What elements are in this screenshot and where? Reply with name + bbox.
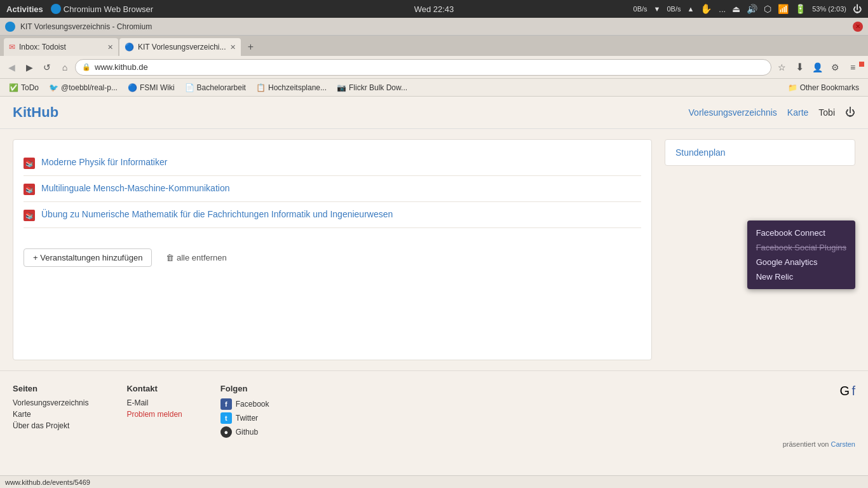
google-logo: G [840, 384, 850, 398]
bookmark-other-label: Other Bookmarks [800, 83, 859, 92]
bookmark-todo-label: ToDo [21, 83, 39, 92]
nav-karte[interactable]: Karte [787, 107, 808, 118]
tab-kithub-label: KIT Vorlesungsverzeichi... [138, 43, 226, 51]
twitter-link[interactable]: Twitter [236, 414, 258, 423]
battery-label: 53% (2:03) [812, 5, 846, 13]
os-topbar: Activities Chromium Web Browser Wed 22:4… [0, 0, 868, 18]
bookmark-fsmi[interactable]: 🔵 FSMI Wiki [124, 82, 179, 93]
bookmark-fsmi-label: FSMI Wiki [140, 83, 175, 92]
bookmark-hochzeit-label: Hochzeitsplane... [268, 83, 327, 92]
bookmark-flickr[interactable]: 📷 Flickr Bulk Dow... [333, 82, 411, 93]
footer-karte-link[interactable]: Karte [13, 410, 88, 419]
footer-folgen-title: Folgen [220, 384, 269, 393]
tab-todoist[interactable]: ✉ Inbox: Todoist ✕ [4, 38, 118, 56]
profile-icon-button[interactable]: 👤 [810, 60, 825, 75]
bookmark-twitter-label: @toebbl/real-p... [61, 83, 118, 92]
facebook-icon: f [220, 398, 232, 410]
os-browser-icon: Chromium Web Browser [51, 4, 153, 14]
tab-kithub-close[interactable]: ✕ [230, 43, 236, 51]
new-tab-button[interactable]: + [242, 38, 260, 56]
kithub-header: KitHub Vorlesungsverzeichnis Karte Tobi … [0, 97, 868, 129]
battery-icon: 🔋 [795, 4, 806, 14]
footer-credit-link[interactable]: Carsten [831, 440, 855, 448]
reload-button[interactable]: ↺ [39, 60, 55, 75]
address-text: www.kithub.de [95, 62, 148, 72]
home-button[interactable]: ⌂ [57, 60, 72, 75]
page-content: KitHub Vorlesungsverzeichnis Karte Tobi … [0, 97, 868, 475]
window-close-button[interactable]: ✕ [853, 22, 863, 32]
os-datetime: Wed 22:43 [414, 4, 454, 14]
tab-kithub[interactable]: 🔵 KIT Vorlesungsverzeichi... ✕ [119, 38, 241, 56]
bookmark-other[interactable]: 📁 Other Bookmarks [784, 82, 863, 93]
remove-all-button[interactable]: 🗑 alle entfernen [157, 248, 235, 267]
main-wrapper: 📚 Moderne Physik für Informatiker 📚 Mult… [0, 129, 868, 370]
facebook-footer-logo: f [851, 384, 855, 398]
bookmarks-bar: ✅ ToDo 🐦 @toebbl/real-p... 🔵 FSMI Wiki 📄… [0, 79, 868, 97]
back-button[interactable]: ◀ [4, 60, 19, 75]
footer-kontakt: Kontakt E-Mail Problem melden [126, 384, 182, 440]
net-up: 0B/s [667, 5, 681, 13]
bookmark-twitter[interactable]: 🐦 @toebbl/real-p... [45, 82, 121, 93]
course-item-2: 📚 Multilinguale Mensch-Maschine-Kommunik… [24, 176, 641, 202]
github-link[interactable]: Github [236, 428, 258, 437]
notification-dot [859, 62, 864, 67]
footer-problem-link[interactable]: Problem melden [126, 410, 182, 419]
footer-about-link[interactable]: Über das Projekt [13, 421, 88, 430]
add-events-button[interactable]: + Veranstaltungen hinzufügen [24, 248, 152, 267]
volume-icon: 🔊 [747, 4, 757, 14]
tab-kithub-favicon: 🔵 [125, 43, 134, 51]
net-up-icon: ▲ [687, 5, 694, 13]
forward-button[interactable]: ▶ [22, 60, 37, 75]
chrome-titlebar-icon [5, 22, 15, 32]
wifi-icon: 📶 [778, 4, 789, 14]
chrome-titlebar: KIT Vorlesungsverzeichnis - Chromium ✕ [0, 18, 868, 36]
address-lock-icon: 🔒 [82, 63, 91, 71]
course-icon-3: 📚 [24, 210, 35, 221]
bookmark-flickr-label: Flickr Bulk Dow... [349, 83, 407, 92]
status-bar: www.kithub.de/events/5469 [0, 475, 868, 488]
footer-facebook: f Facebook [220, 398, 269, 410]
ellipsis-icon: ... [719, 4, 726, 14]
address-bar[interactable]: 🔒 www.kithub.de [75, 59, 771, 76]
footer-github: ● Github [220, 426, 269, 438]
chrome-menu-button[interactable]: ≡ [845, 60, 860, 75]
facebook-link[interactable]: Facebook [236, 400, 269, 409]
chrome-toolbar: ◀ ▶ ↺ ⌂ 🔒 www.kithub.de ☆ ⬇ 👤 ⚙ ≡ [0, 56, 868, 79]
footer-email-link[interactable]: E-Mail [126, 398, 182, 407]
course-link-2[interactable]: Multilinguale Mensch-Maschine-Kommunikat… [41, 182, 229, 195]
dropdown-new-relic[interactable]: New Relic [747, 269, 855, 284]
nav-vorlesungsverzeichnis[interactable]: Vorlesungsverzeichnis [689, 107, 777, 118]
bookmark-hochzeit[interactable]: 📋 Hochzeitsplane... [252, 82, 330, 93]
nav-power-button[interactable]: ⏻ [845, 107, 855, 118]
bookmark-bachelorarbeit[interactable]: 📄 Bachelorarbeit [181, 82, 250, 93]
dropdown-fb-connect[interactable]: Facebook Connect [747, 226, 855, 240]
chrome-tabs-bar: ✉ Inbox: Todoist ✕ 🔵 KIT Vorlesungsverze… [0, 36, 868, 56]
bookmark-bachelorarbeit-icon: 📄 [185, 83, 194, 92]
stundenplan-link[interactable]: Stundenplan [675, 147, 726, 158]
tab-todoist-favicon: ✉ [9, 43, 15, 51]
bookmark-todo[interactable]: ✅ ToDo [5, 82, 43, 93]
course-icon-1: 📚 [24, 158, 35, 169]
footer-folgen: Folgen f Facebook t Twitter ● Github [220, 384, 269, 440]
github-icon: ● [220, 426, 232, 438]
bookmark-star-button[interactable]: ☆ [774, 60, 789, 75]
bookmark-fsmi-icon: 🔵 [128, 83, 137, 92]
left-panel: 📚 Moderne Physik für Informatiker 📚 Mult… [13, 139, 652, 360]
footer-credit: präsentiert von Carsten [783, 440, 855, 448]
chrome-title: KIT Vorlesungsverzeichnis - Chromium [20, 22, 152, 31]
kithub-logo[interactable]: KitHub [13, 104, 58, 121]
download-icon-button[interactable]: ⬇ [792, 60, 807, 75]
footer-vv-link[interactable]: Vorlesungsverzeichnis [13, 398, 88, 407]
course-link-1[interactable]: Moderne Physik für Informatiker [41, 156, 167, 169]
twitter-icon: t [220, 412, 232, 424]
tab-todoist-close[interactable]: ✕ [107, 43, 113, 51]
tab-todoist-label: Inbox: Todoist [19, 43, 66, 51]
footer-seiten-title: Seiten [13, 384, 88, 393]
eject-icon: ⏏ [732, 4, 740, 14]
power-icon[interactable]: ⏻ [853, 4, 862, 14]
settings-icon-button[interactable]: ⚙ [827, 60, 843, 75]
dropdown-google-analytics[interactable]: Google Analytics [747, 255, 855, 269]
os-activities[interactable]: Activities [6, 4, 43, 14]
course-link-3[interactable]: Übung zu Numerische Mathematik für die F… [41, 208, 393, 221]
net-down: 0B/s [634, 5, 648, 13]
